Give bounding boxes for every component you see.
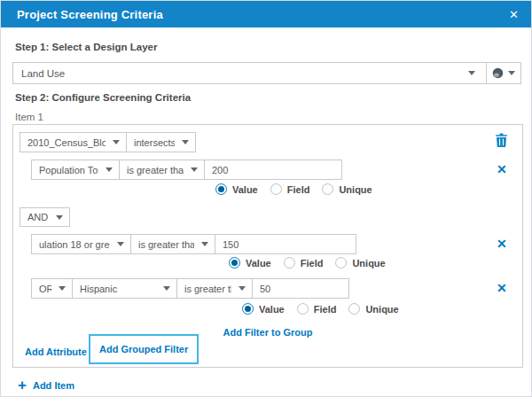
chevron-down-icon — [163, 286, 170, 291]
add-filter-to-group-link[interactable]: Add Filter to Group — [223, 327, 313, 338]
attribute-filter-row: Population Total is greater than — [31, 160, 342, 180]
add-grouped-filter-highlight: Add Grouped Filter — [89, 334, 199, 364]
layer-options-button[interactable] — [486, 63, 520, 83]
comparison-dropdown[interactable]: is greater than — [176, 278, 253, 299]
design-layer-value: Land Use — [21, 68, 461, 79]
field-dropdown[interactable]: ulation 18 or greater — [31, 234, 131, 254]
comparison-dropdown[interactable]: is greater than — [119, 160, 205, 180]
filter-mode-options: Value Field Unique — [215, 183, 372, 195]
filter-value-input[interactable] — [252, 278, 349, 299]
filter-value-input[interactable] — [204, 160, 342, 180]
group-operator-dropdown[interactable]: AND — [20, 207, 70, 227]
radio-unique[interactable] — [348, 303, 360, 315]
filter-mode-options: Value Field Unique — [242, 303, 399, 315]
criteria-layer-dropdown[interactable]: 2010_Census_Blocks — [20, 132, 127, 152]
step1-label: Step 1: Select a Design Layer — [15, 42, 157, 52]
field-dropdown[interactable]: Population Total — [31, 160, 120, 180]
chevron-down-icon — [106, 167, 113, 172]
remove-filter-icon[interactable]: ✕ — [497, 163, 507, 175]
filter-mode-options: Value Field Unique — [229, 257, 386, 269]
radio-unique[interactable] — [322, 183, 333, 195]
attribute-filter-row: OR Hispanic is greater than — [31, 278, 349, 299]
chevron-down-icon — [113, 140, 120, 144]
radio-unique[interactable] — [335, 257, 347, 269]
add-item-label: Add Item — [33, 380, 74, 391]
attribute-filter-row: ulation 18 or greater is greater than — [31, 234, 356, 254]
dialog-title: Project Screening Criteria — [17, 8, 509, 21]
project-screening-criteria-dialog: Project Screening Criteria ✕ Step 1: Sel… — [0, 0, 532, 397]
remove-filter-icon[interactable]: ✕ — [497, 237, 507, 250]
comparison-dropdown[interactable]: is greater than — [130, 234, 215, 254]
logic-operator-dropdown[interactable]: OR — [31, 278, 73, 299]
radio-value-selected[interactable] — [242, 303, 254, 315]
field-dropdown[interactable]: Hispanic — [72, 278, 177, 299]
radio-value-selected[interactable] — [229, 257, 240, 269]
chevron-down-icon — [182, 140, 189, 144]
chevron-down-icon — [201, 242, 208, 246]
delete-item-trash-icon[interactable] — [495, 133, 508, 147]
dialog-header: Project Screening Criteria ✕ — [1, 1, 531, 27]
chevron-down-icon — [59, 286, 66, 291]
plus-icon: + — [18, 378, 27, 393]
layer-operator-row: 2010_Census_Blocks intersects — [20, 132, 196, 152]
chevron-down-icon — [56, 215, 63, 220]
chevron-down-icon — [468, 71, 475, 75]
radio-field[interactable] — [270, 183, 282, 195]
spatial-operator-dropdown[interactable]: intersects — [126, 132, 196, 152]
radio-field[interactable] — [297, 303, 309, 315]
chevron-down-icon — [239, 286, 246, 291]
add-item-button[interactable]: + Add Item — [18, 378, 74, 393]
chevron-down-icon — [191, 167, 198, 172]
radio-field[interactable] — [284, 257, 295, 269]
remove-filter-icon[interactable]: ✕ — [497, 282, 507, 294]
design-layer-select[interactable]: Land Use — [12, 62, 521, 84]
radio-value-selected[interactable] — [215, 183, 227, 195]
add-grouped-filter-link[interactable]: Add Grouped Filter — [99, 344, 188, 354]
step2-label: Step 2: Configure Screening Criteria — [15, 92, 191, 103]
filter-value-input[interactable] — [215, 234, 356, 254]
chevron-down-icon — [508, 71, 515, 75]
close-icon[interactable]: ✕ — [509, 9, 519, 20]
globe-icon — [492, 67, 504, 79]
chevron-down-icon — [117, 242, 124, 246]
item-panel: 2010_Census_Blocks intersects Population… — [12, 124, 523, 368]
design-layer-dropdown[interactable]: Land Use — [13, 63, 486, 83]
item-label: Item 1 — [15, 112, 43, 122]
